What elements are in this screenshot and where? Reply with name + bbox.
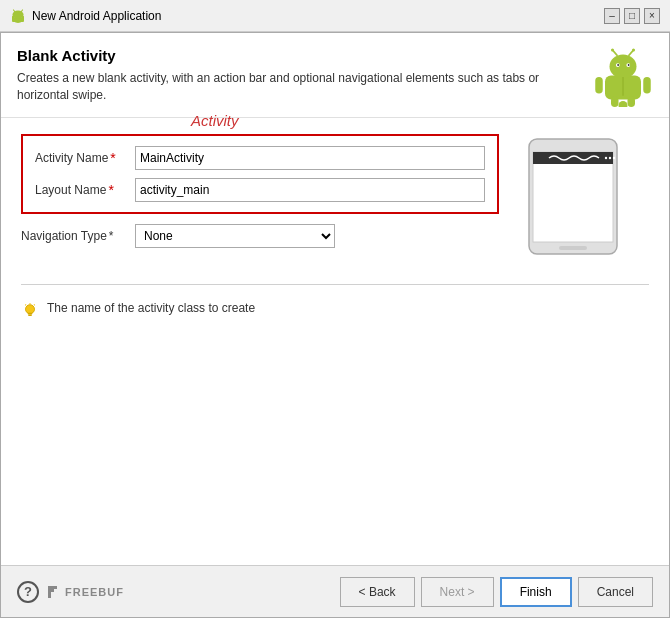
layout-name-label: Layout Name* (35, 183, 135, 197)
svg-point-30 (26, 305, 35, 314)
phone-preview-container (519, 134, 649, 264)
svg-point-16 (611, 49, 614, 52)
finish-button[interactable]: Finish (500, 577, 572, 607)
svg-point-13 (628, 64, 630, 66)
svg-point-6 (13, 10, 24, 18)
svg-point-26 (605, 157, 607, 159)
svg-rect-38 (51, 586, 54, 589)
layout-name-row: Layout Name* (35, 178, 485, 202)
svg-rect-20 (611, 97, 619, 108)
hint-area: The name of the activity class to create (21, 293, 649, 328)
svg-rect-42 (48, 592, 51, 595)
cancel-button[interactable]: Cancel (578, 577, 653, 607)
dialog-description: Creates a new blank activity, with an ac… (17, 70, 557, 104)
hint-icon (21, 302, 39, 320)
activity-name-row: Activity Name* (35, 146, 485, 170)
svg-point-9 (610, 55, 637, 79)
nav-required: * (109, 229, 114, 243)
close-button[interactable]: × (644, 8, 660, 24)
dialog-title: Blank Activity (17, 47, 583, 64)
svg-rect-37 (48, 586, 51, 589)
activity-name-required: * (110, 151, 115, 165)
window-controls: – □ × (604, 8, 660, 24)
svg-rect-41 (51, 589, 54, 592)
title-bar: New Android Application – □ × (0, 0, 670, 32)
help-button[interactable]: ? (17, 581, 39, 603)
navigation-type-label: Navigation Type* (21, 229, 135, 243)
svg-rect-25 (533, 152, 613, 164)
svg-point-7 (619, 101, 628, 107)
dialog-content: Blank Activity Creates a new blank activ… (0, 32, 670, 618)
android-logo (593, 47, 653, 107)
svg-rect-40 (48, 589, 51, 592)
dialog-footer: ? FREEBUF < Back Next > (1, 565, 669, 617)
next-button[interactable]: Next > (421, 577, 494, 607)
window-title: New Android Application (32, 9, 161, 23)
layout-name-input[interactable] (135, 178, 485, 202)
svg-rect-39 (54, 586, 57, 589)
navigation-type-row: Navigation Type* None Tabs Swipe Dropdow… (21, 224, 499, 248)
phone-preview (519, 134, 629, 259)
dialog-header: Blank Activity Creates a new blank activ… (1, 33, 669, 118)
layout-name-required: * (108, 183, 113, 197)
svg-rect-18 (595, 77, 603, 94)
svg-rect-19 (643, 77, 651, 94)
brand-icon (45, 583, 63, 601)
activity-name-input[interactable] (135, 146, 485, 170)
svg-point-28 (613, 157, 615, 159)
activity-name-label: Activity Name* (35, 151, 135, 165)
svg-rect-21 (628, 97, 636, 108)
svg-line-34 (34, 305, 35, 306)
svg-rect-43 (48, 595, 51, 598)
svg-point-27 (609, 157, 611, 159)
svg-rect-29 (559, 246, 587, 250)
maximize-button[interactable]: □ (624, 8, 640, 24)
svg-rect-24 (533, 152, 613, 242)
svg-rect-32 (28, 315, 32, 316)
svg-line-35 (25, 305, 26, 306)
form-fields: Activity Name* Layout Name* (21, 134, 499, 214)
hint-text: The name of the activity class to create (47, 301, 255, 315)
minimize-button[interactable]: – (604, 8, 620, 24)
footer-left: ? FREEBUF (17, 581, 124, 603)
svg-point-12 (617, 64, 619, 66)
footer-buttons: < Back Next > Finish Cancel (340, 577, 653, 607)
form-area: Activity Activity Name* Layout Name* (21, 134, 649, 264)
app-icon (10, 8, 26, 24)
svg-point-17 (632, 49, 635, 52)
header-text: Blank Activity Creates a new blank activ… (17, 47, 583, 104)
navigation-type-select[interactable]: None Tabs Swipe Dropdown (135, 224, 335, 248)
brand-text: FREEBUF (65, 586, 124, 598)
brand-area: FREEBUF (45, 583, 124, 601)
back-button[interactable]: < Back (340, 577, 415, 607)
separator (21, 284, 649, 285)
svg-rect-31 (28, 313, 33, 315)
dialog-body: Activity Activity Name* Layout Name* (1, 118, 669, 565)
